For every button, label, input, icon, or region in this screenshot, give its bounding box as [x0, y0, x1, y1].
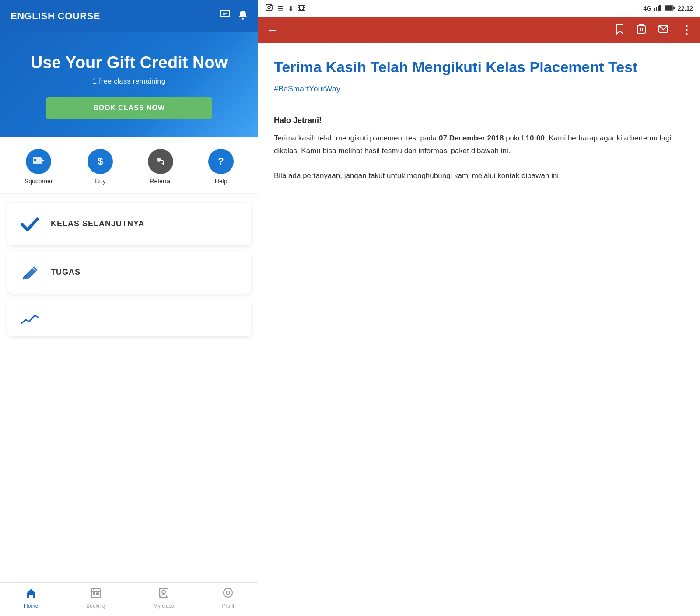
booking-icon: [90, 587, 102, 601]
svg-rect-22: [656, 7, 657, 11]
banner-title: Use Your Gift Credit Now: [16, 53, 242, 73]
svg-marker-6: [161, 162, 164, 165]
quick-action-squcorner[interactable]: Squcorner: [24, 149, 53, 185]
email-divider: [274, 102, 684, 102]
app-title: ENGLISH COURSE: [10, 10, 100, 22]
bottom-nav: Home Booking: [0, 582, 258, 616]
status-bar: ☰ ⬇ 🖼 4G 22.12: [258, 0, 700, 17]
email-hashtag: #BeSmartYourWay: [274, 84, 684, 94]
status-icons-left: ☰ ⬇ 🖼: [265, 4, 305, 13]
svg-point-15: [162, 590, 165, 594]
quick-actions: Squcorner $ Buy Referral ? H: [0, 136, 258, 194]
battery-icon: [665, 5, 675, 12]
email-greeting: Halo Jetrani!: [274, 116, 684, 125]
svg-rect-26: [665, 6, 672, 10]
body-time: 10:00: [526, 134, 545, 142]
nav-my-class[interactable]: My class: [147, 587, 181, 609]
referral-label: Referral: [150, 178, 172, 185]
help-icon: ?: [208, 149, 234, 174]
quick-action-buy[interactable]: $ Buy: [88, 149, 113, 185]
svg-point-19: [268, 6, 270, 9]
buy-label: Buy: [95, 178, 105, 185]
profil-label: Profil: [222, 603, 234, 609]
svg-marker-3: [42, 159, 44, 162]
message-icon: ☰: [277, 4, 284, 13]
bell-icon[interactable]: [238, 10, 248, 23]
email-body2: Bila ada pertanyaan, jangan takut untuk …: [274, 170, 684, 182]
back-button[interactable]: ←: [266, 23, 278, 37]
svg-rect-27: [637, 26, 645, 33]
header-icons: [220, 10, 248, 23]
toolbar-left: ←: [266, 23, 278, 37]
nav-profil[interactable]: Profil: [215, 587, 241, 609]
bookmark-button[interactable]: [615, 23, 625, 37]
nav-home[interactable]: Home: [17, 587, 45, 609]
svg-point-16: [224, 588, 232, 597]
svg-rect-13: [97, 593, 98, 595]
quick-action-referral[interactable]: Referral: [148, 149, 173, 185]
svg-point-1: [242, 18, 244, 20]
network-label: 4G: [643, 5, 651, 12]
referral-icon: [148, 149, 173, 174]
right-panel: ☰ ⬇ 🖼 4G 22.12: [258, 0, 700, 616]
message-icon[interactable]: [220, 10, 230, 23]
my-class-label: My class: [154, 603, 174, 609]
kelas-selanjutnya-label: KELAS SELANJUTNYA: [51, 219, 144, 228]
banner-subtitle: 1 free class remaining: [16, 77, 242, 86]
nav-booking[interactable]: Booking: [79, 587, 112, 609]
profil-icon: [222, 587, 234, 601]
squcorner-icon: [26, 149, 51, 174]
svg-rect-24: [659, 5, 661, 11]
svg-rect-4: [34, 159, 36, 161]
left-panel: ENGLISH COURSE Use Your Gift Credit Now …: [0, 0, 258, 616]
network-icon: [654, 5, 662, 12]
checkmark-icon: [19, 214, 40, 234]
svg-point-20: [271, 5, 272, 6]
instagram-icon: [265, 4, 273, 13]
time-display: 22.12: [678, 5, 693, 12]
body-text-1: Terima kasih telah mengikuti placement t…: [274, 134, 439, 142]
buy-icon: $: [88, 149, 113, 174]
promo-banner: Use Your Gift Credit Now 1 free class re…: [0, 32, 258, 136]
email-content: Terima Kasih Telah Mengikuti Kelas Place…: [258, 43, 700, 616]
body-date: 07 December 2018: [439, 134, 504, 142]
quick-action-help[interactable]: ? Help: [208, 149, 234, 185]
menu-partial-card[interactable]: [7, 300, 251, 336]
svg-point-5: [157, 158, 161, 162]
delete-button[interactable]: [637, 24, 646, 37]
squcorner-label: Squcorner: [24, 178, 53, 185]
menu-kelas-selanjutnya[interactable]: KELAS SELANJUTNYA: [7, 203, 251, 245]
chart-icon: [19, 311, 40, 325]
home-icon: [25, 587, 37, 601]
help-label: Help: [215, 178, 228, 185]
more-button[interactable]: ⋮: [681, 24, 692, 37]
my-class-icon: [158, 587, 169, 601]
booking-label: Booking: [86, 603, 105, 609]
svg-rect-21: [654, 8, 655, 11]
pencil-icon: [19, 263, 40, 282]
book-class-button[interactable]: BOOK CLASS NOW: [46, 97, 212, 119]
tugas-label: TUGAS: [51, 268, 80, 277]
image-icon: 🖼: [298, 4, 305, 12]
svg-rect-23: [658, 6, 659, 11]
email-toolbar: ←: [258, 17, 700, 43]
menu-section: KELAS SELANJUTNYA TUGAS: [0, 194, 258, 582]
svg-point-17: [226, 591, 230, 595]
svg-rect-12: [93, 593, 95, 595]
email-body: Terima kasih telah mengikuti placement t…: [274, 132, 684, 158]
download-icon: ⬇: [288, 4, 294, 13]
home-label: Home: [24, 603, 38, 609]
svg-rect-0: [220, 10, 229, 17]
email-subject: Terima Kasih Telah Mengikuti Kelas Place…: [274, 57, 684, 77]
toolbar-right: ⋮: [615, 23, 692, 37]
mail-button[interactable]: [658, 24, 668, 36]
app-header: ENGLISH COURSE: [0, 0, 258, 32]
status-right: 4G 22.12: [643, 5, 693, 12]
svg-rect-31: [640, 24, 643, 26]
body-text-2: pukul: [504, 134, 525, 142]
menu-tugas[interactable]: TUGAS: [7, 252, 251, 294]
